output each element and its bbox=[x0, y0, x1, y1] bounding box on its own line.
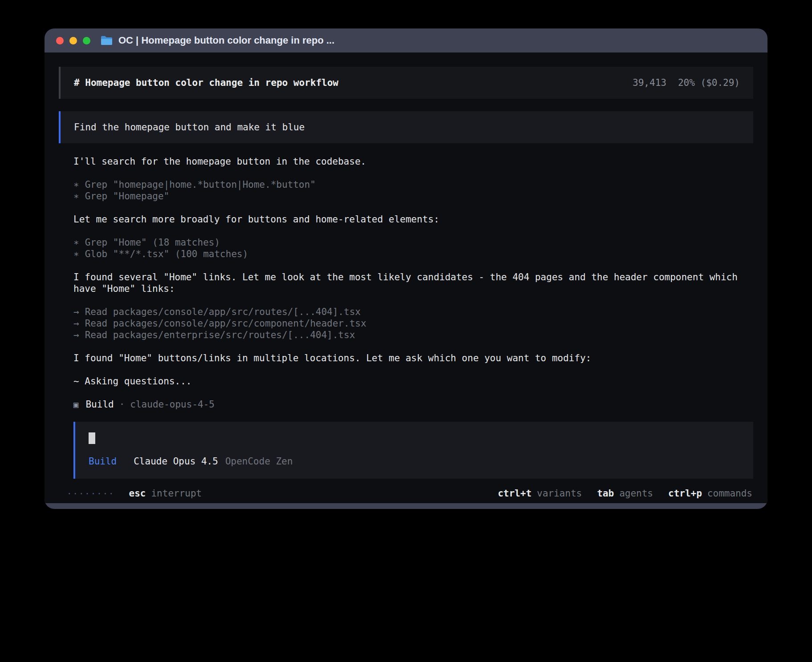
agent-icon: ▣ bbox=[73, 399, 78, 410]
esc-key: esc bbox=[129, 488, 146, 499]
shortcut-variants: ctrl+t variants bbox=[498, 488, 582, 499]
tool-call-group: → Read packages/console/app/src/routes/[… bbox=[73, 306, 753, 341]
tool-call: ∗ Grep "Homepage" bbox=[73, 190, 753, 202]
tool-call-label: Grep "homepage|home.*button|Home.*button… bbox=[85, 179, 316, 190]
assistant-paragraph: I found several "Home" links. Let me loo… bbox=[73, 271, 753, 295]
tool-call-read: → Read packages/enterprise/src/routes/[.… bbox=[73, 329, 753, 341]
terminal-content: # Homepage button color change in repo w… bbox=[45, 52, 767, 503]
status-bar: ········ esc interrupt ctrl+t variants t… bbox=[59, 479, 753, 509]
shortcut-label: commands bbox=[707, 488, 752, 499]
terminal-window: OC | Homepage button color change in rep… bbox=[45, 28, 767, 509]
shortcut-key: tab bbox=[597, 488, 614, 499]
tool-call-group: ∗ Grep "homepage|home.*button|Home.*butt… bbox=[73, 179, 753, 202]
close-button[interactable] bbox=[56, 37, 64, 44]
session-header: # Homepage button color change in repo w… bbox=[59, 67, 753, 99]
agent-name: Build bbox=[85, 399, 114, 410]
tool-call-label: Grep "Homepage" bbox=[85, 190, 170, 202]
asterisk-icon: ∗ bbox=[73, 248, 79, 260]
zoom-button[interactable] bbox=[83, 37, 90, 44]
asterisk-icon: ∗ bbox=[73, 237, 79, 248]
dot-separator: · bbox=[119, 399, 125, 410]
tool-call-read: → Read packages/console/app/src/componen… bbox=[73, 318, 753, 329]
session-stats: 39,413 20% ($0.29) bbox=[633, 77, 740, 89]
esc-hint-label: interrupt bbox=[151, 488, 202, 499]
prompt-input[interactable]: Build Claude Opus 4.5 OpenCode Zen bbox=[73, 422, 753, 479]
tool-call-group: ∗ Grep "Home" (18 matches) ∗ Glob "**/*.… bbox=[73, 237, 753, 260]
spinner-icon: ········ bbox=[67, 488, 115, 499]
window-titlebar[interactable]: OC | Homepage button color change in rep… bbox=[45, 28, 767, 52]
active-agent-label[interactable]: Build bbox=[89, 456, 117, 467]
session-title: # Homepage button color change in repo w… bbox=[74, 77, 338, 89]
assistant-paragraph: I'll search for the homepage button in t… bbox=[73, 156, 753, 167]
shortcut-label: variants bbox=[537, 488, 582, 499]
input-meta-row: Build Claude Opus 4.5 OpenCode Zen bbox=[89, 456, 740, 467]
activity-status: ~ Asking questions... bbox=[73, 375, 753, 387]
minimize-button[interactable] bbox=[69, 37, 77, 44]
user-message-text: Find the homepage button and make it blu… bbox=[74, 122, 304, 133]
status-bar-left: ········ esc interrupt bbox=[67, 488, 202, 499]
assistant-paragraph: I found "Home" buttons/links in multiple… bbox=[73, 352, 753, 364]
arrow-right-icon: → bbox=[73, 329, 79, 341]
context-usage: 20% ($0.29) bbox=[678, 77, 740, 89]
shortcut-key: ctrl+t bbox=[498, 488, 532, 499]
tool-call-label: Glob "**/*.tsx" (100 matches) bbox=[85, 248, 248, 260]
provider-label: OpenCode Zen bbox=[225, 456, 293, 467]
tool-call-label: Read packages/enterprise/src/routes/[...… bbox=[85, 329, 355, 341]
folder-icon bbox=[100, 36, 113, 46]
shortcut-label: agents bbox=[619, 488, 653, 499]
status-bar-right: ctrl+t variants tab agents ctrl+p comman… bbox=[498, 488, 752, 499]
text-cursor bbox=[89, 432, 95, 444]
traffic-lights bbox=[56, 37, 90, 44]
agent-model: claude-opus-4-5 bbox=[130, 399, 215, 410]
tool-call-label: Grep "Home" (18 matches) bbox=[85, 237, 220, 248]
agent-status-row: ▣ Build · claude-opus-4-5 bbox=[73, 399, 753, 410]
user-message: Find the homepage button and make it blu… bbox=[59, 111, 753, 143]
shortcut-key: ctrl+p bbox=[668, 488, 702, 499]
asterisk-icon: ∗ bbox=[73, 179, 79, 190]
tool-call-label: Read packages/console/app/src/component/… bbox=[85, 318, 366, 329]
arrow-right-icon: → bbox=[73, 318, 79, 329]
tool-call: ∗ Grep "Home" (18 matches) bbox=[73, 237, 753, 248]
asterisk-icon: ∗ bbox=[73, 190, 79, 202]
assistant-response: I'll search for the homepage button in t… bbox=[59, 156, 753, 479]
assistant-paragraph: Let me search more broadly for buttons a… bbox=[73, 214, 753, 225]
tool-call: ∗ Glob "**/*.tsx" (100 matches) bbox=[73, 248, 753, 260]
tool-call-label: Read packages/console/app/src/routes/[..… bbox=[85, 306, 361, 318]
active-model-label[interactable]: Claude Opus 4.5 bbox=[134, 456, 218, 467]
arrow-right-icon: → bbox=[73, 306, 79, 318]
tool-call-read: → Read packages/console/app/src/routes/[… bbox=[73, 306, 753, 318]
tool-call: ∗ Grep "homepage|home.*button|Home.*butt… bbox=[73, 179, 753, 190]
window-title: OC | Homepage button color change in rep… bbox=[118, 35, 334, 46]
shortcut-commands: ctrl+p commands bbox=[668, 488, 752, 499]
token-count: 39,413 bbox=[633, 77, 666, 89]
titlebar-title-group: OC | Homepage button color change in rep… bbox=[100, 35, 334, 46]
shortcut-agents: tab agents bbox=[597, 488, 653, 499]
